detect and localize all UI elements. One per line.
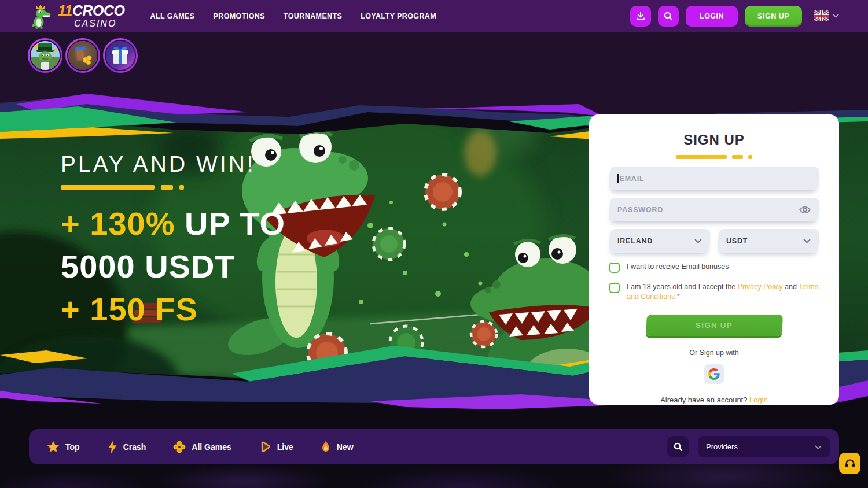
privacy-policy-link[interactable]: Privacy Policy: [738, 283, 783, 291]
search-icon: [663, 11, 674, 21]
signup-card-title: SIGN UP: [609, 132, 819, 148]
logo-text: 11CROCO CASINO: [58, 3, 125, 28]
uk-flag-icon: [814, 10, 829, 21]
country-select[interactable]: IRELAND: [609, 229, 710, 253]
wallet-bonus-story[interactable]: [65, 38, 100, 73]
required-asterisk: *: [675, 293, 679, 301]
social-signup-label: Or Sign up with: [609, 349, 819, 357]
leprechaun-croc-icon: [31, 41, 60, 70]
games-search-button[interactable]: [667, 436, 689, 457]
country-value: IRELAND: [617, 237, 653, 245]
all-games-icon: [172, 440, 186, 454]
support-button[interactable]: [839, 453, 860, 474]
stories-row: [28, 38, 138, 73]
nav-item-all-games[interactable]: ALL GAMES: [150, 12, 195, 20]
hero-bonus-amount: 5000 USDT: [61, 248, 236, 284]
signup-card: SIGN UP EMAIL PASSWORD IRELAND: [589, 114, 839, 405]
nav-item-tournaments[interactable]: TOURNAMENTS: [284, 12, 342, 20]
logo-name: CROCO: [72, 2, 125, 19]
nav-item-loyalty-program[interactable]: LOYALTY PROGRAM: [361, 12, 436, 20]
casino-landing-page: 11CROCO CASINO ALL GAMES PROMOTIONS TOUR…: [0, 0, 868, 488]
gift-box-story[interactable]: [103, 38, 138, 73]
logo-subtitle: CASINO: [74, 19, 125, 28]
flame-icon: [320, 440, 332, 454]
games-tabs: Top Crash All Games Live: [46, 440, 354, 454]
password-placeholder: PASSWORD: [617, 206, 663, 214]
signup-title-underline: [609, 155, 819, 159]
email-bonus-checkbox-row[interactable]: I want to receive Email bonuses: [609, 262, 819, 273]
games-filter-bar: Top Crash All Games Live: [29, 429, 839, 464]
tab-new[interactable]: New: [320, 440, 354, 454]
logo-number: 11: [58, 2, 72, 19]
chevron-down-icon: [694, 239, 702, 243]
tab-live[interactable]: Live: [258, 440, 293, 454]
hero-bonus-percent: + 130%: [61, 205, 175, 242]
chevron-down-icon: [833, 14, 839, 18]
currency-select[interactable]: USDT: [718, 229, 819, 253]
leprechaun-croc-story[interactable]: [28, 38, 62, 73]
star-icon: [46, 440, 60, 454]
lightning-icon: [106, 440, 118, 454]
have-account-text: Already have an account?: [660, 395, 749, 404]
terms-prefix: I am 18 years old and I accept the: [627, 283, 738, 291]
hero-freespins: + 150 FS: [61, 291, 198, 327]
signup-button[interactable]: SIGN UP: [745, 6, 802, 27]
hero-bonus-line: + 130% UP TO 5000 USDT + 150 FS: [61, 202, 285, 331]
login-button[interactable]: LOGIN: [686, 6, 738, 27]
nav-actions: LOGIN SIGN UP: [630, 6, 839, 27]
email-bonus-label: I want to receive Email bonuses: [627, 262, 729, 272]
croco-mascot-icon: [30, 3, 54, 29]
country-currency-row: IRELAND USDT: [609, 221, 819, 253]
text-caret: [617, 174, 619, 183]
password-field[interactable]: PASSWORD: [609, 198, 819, 221]
providers-label: Providers: [706, 442, 738, 451]
tab-top-label: Top: [65, 442, 80, 452]
terms-label: I am 18 years old and I accept the Priva…: [627, 282, 819, 302]
search-icon: [673, 442, 683, 452]
terms-and: and: [783, 283, 799, 291]
hero-bonus-upto: UP TO: [175, 205, 286, 242]
tab-live-label: Live: [277, 442, 293, 452]
signup-submit-button[interactable]: SIGN UP: [646, 315, 782, 336]
tab-top[interactable]: Top: [46, 440, 80, 454]
google-icon: [708, 368, 720, 380]
download-app-button[interactable]: [630, 6, 651, 27]
download-icon: [635, 11, 646, 21]
hero-copy: PLAY AND WIN! + 130% UP TO 5000 USDT + 1…: [61, 151, 285, 331]
email-placeholder: EMAIL: [620, 175, 645, 183]
tab-all-games[interactable]: All Games: [172, 440, 231, 454]
hero-tagline: PLAY AND WIN!: [61, 151, 285, 177]
nav-item-promotions[interactable]: PROMOTIONS: [214, 12, 265, 20]
headset-icon: [844, 458, 856, 469]
email-field[interactable]: EMAIL: [609, 167, 819, 190]
currency-value: USDT: [726, 237, 748, 245]
search-button[interactable]: [658, 6, 679, 27]
google-signup-button[interactable]: [704, 364, 724, 384]
play-icon: [258, 440, 272, 454]
chevron-down-icon: [815, 445, 822, 450]
eye-icon[interactable]: [799, 206, 811, 214]
games-bar-right: Providers: [667, 436, 830, 457]
have-account-row: Already have an account? Login: [609, 395, 819, 404]
top-navbar: 11CROCO CASINO ALL GAMES PROMOTIONS TOUR…: [0, 0, 868, 32]
tab-new-label: New: [337, 442, 354, 452]
tab-crash[interactable]: Crash: [106, 440, 146, 454]
signup-submit-label: SIGN UP: [696, 321, 733, 330]
chevron-down-icon: [803, 239, 811, 243]
main-nav: ALL GAMES PROMOTIONS TOURNAMENTS LOYALTY…: [150, 12, 437, 20]
tab-crash-label: Crash: [123, 442, 146, 452]
email-bonus-checkbox[interactable]: [609, 263, 620, 273]
wallet-coins-icon: [68, 41, 97, 70]
providers-select[interactable]: Providers: [698, 436, 830, 457]
site-logo[interactable]: 11CROCO CASINO: [30, 3, 125, 29]
tab-all-games-label: All Games: [192, 442, 231, 452]
gift-icon: [106, 41, 135, 70]
terms-checkbox[interactable]: [609, 283, 620, 293]
language-selector[interactable]: [814, 10, 839, 21]
hero-underline: [61, 185, 285, 190]
login-link[interactable]: Login: [749, 395, 768, 404]
terms-checkbox-row[interactable]: I am 18 years old and I accept the Priva…: [609, 282, 819, 302]
